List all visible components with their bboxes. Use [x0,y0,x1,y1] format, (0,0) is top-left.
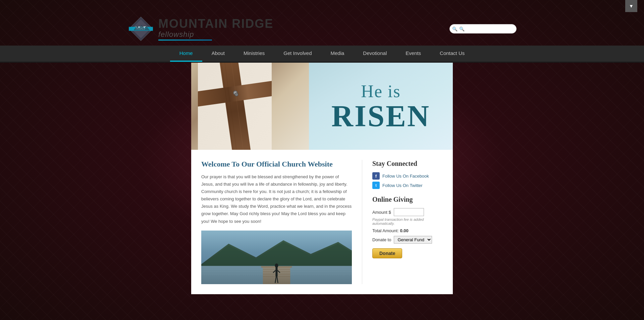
amount-label: Amount $ [372,210,391,215]
scroll-down-button[interactable]: ▼ [625,0,637,12]
nav-item-home[interactable]: Home [170,46,202,62]
hero-banner: He is RISEN [191,63,453,150]
nav-item-media[interactable]: Media [321,46,354,62]
main-content: Welcome To Our Official Church Website O… [201,160,362,284]
nav-link-devotional[interactable]: Devotional [354,46,396,61]
hero-wrapper: He is RISEN [191,63,453,150]
content-area: Welcome To Our Official Church Website O… [191,150,453,294]
facebook-icon: f [372,172,380,180]
donate-button[interactable]: Donate [372,248,402,258]
nav-link-about[interactable]: About [202,46,234,61]
social-links: f Follow Us On Facebook t Follow Us On T… [372,172,443,189]
donate-to-row: Donate to General Fund [372,236,443,244]
facebook-label: Follow Us On Facebook [382,174,429,179]
cross-container [198,63,272,150]
logo-diamond: MRF [127,15,154,42]
logo-mountain-text: MOUNTAIN RIDGE [158,17,273,30]
total-label: Total Amount: [372,228,399,233]
nav-link-get-involved[interactable]: Get Involved [274,46,321,61]
facebook-link[interactable]: f Follow Us On Facebook [372,172,443,180]
welcome-title: Welcome To Our Official Church Website [201,160,352,169]
nav-item-about[interactable]: About [202,46,234,62]
total-amount: 0.00 [400,228,408,233]
church-image [201,231,352,284]
nav-link-events[interactable]: Events [396,46,430,61]
search-area: 🔍 [449,24,517,34]
nav-item-ministries[interactable]: Ministries [234,46,274,62]
twitter-label: Follow Us On Twitter [382,183,423,188]
amount-input[interactable] [394,208,424,216]
hero-he-is-text: He is [361,81,400,101]
hero-text-side: He is RISEN [309,63,453,150]
search-input[interactable] [449,24,517,34]
svg-rect-27 [275,267,277,276]
amount-row: Amount $ [372,208,443,216]
logo-area: MRF MOUNTAIN RIDGE fellowship [127,15,273,42]
donate-to-label: Donate to [372,237,391,242]
nav-item-get-involved[interactable]: Get Involved [274,46,321,62]
svg-point-28 [275,263,278,267]
welcome-body: Our prayer is that you will be blessed a… [201,173,352,225]
nav-item-devotional[interactable]: Devotional [354,46,396,62]
sidebar: Stay Connected f Follow Us On Facebook t… [362,160,443,284]
logo-underline [158,40,212,41]
total-row: Total Amount: 0.00 [372,228,443,233]
nav-link-media[interactable]: Media [321,46,354,61]
giving-title: Online Giving [372,196,443,203]
paypal-note: Paypal transaction fee is added automati… [372,217,443,226]
svg-point-13 [234,92,238,96]
nav-link-home[interactable]: Home [170,46,202,62]
logo-text: MOUNTAIN RIDGE fellowship [158,17,273,41]
main-navigation: Home About Ministries Get Involved Media… [0,46,644,63]
nav-item-contact[interactable]: Contact Us [430,46,474,62]
nav-item-events[interactable]: Events [396,46,430,62]
nav-link-ministries[interactable]: Ministries [234,46,274,61]
twitter-link[interactable]: t Follow Us On Twitter [372,182,443,189]
nav-link-contact[interactable]: Contact Us [430,46,474,61]
hero-cross-side [191,63,309,150]
fund-select[interactable]: General Fund [394,236,432,244]
stay-connected-title: Stay Connected [372,160,443,168]
search-icon: 🔍 [452,26,458,31]
hero-risen-text: RISEN [331,101,430,131]
twitter-icon: t [372,182,380,189]
logo-fellowship-text: fellowship [158,30,273,39]
